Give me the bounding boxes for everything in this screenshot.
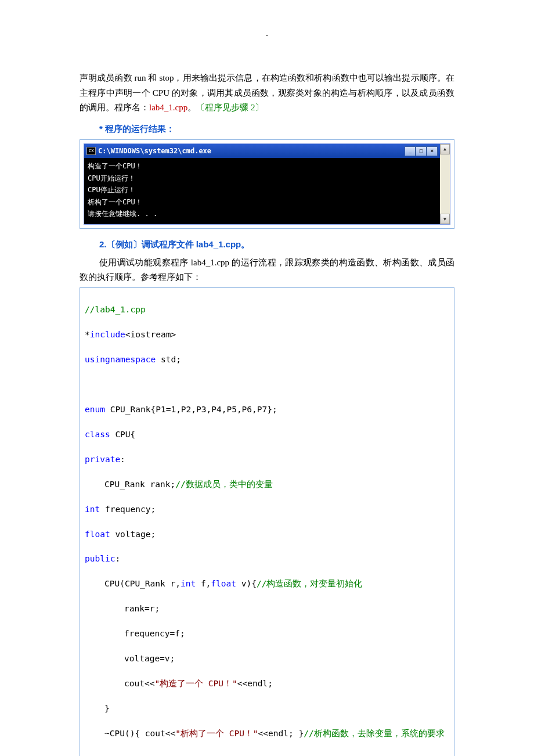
- intro-text-a: 声明成员函数 run 和 stop，用来输出提示信息，在构造函数和析构函数中也可…: [80, 73, 454, 112]
- code-keyword: enum: [85, 405, 105, 414]
- code-keyword: int: [181, 579, 196, 588]
- code-text: <<endl; }: [258, 729, 304, 738]
- code-comment: //析构函数，去除变量，系统的要求: [304, 729, 444, 738]
- code-text: :: [120, 455, 125, 464]
- filename: lab4_1.cpp: [149, 103, 187, 112]
- code-text: frequency;: [100, 505, 156, 514]
- code-keyword: class: [85, 430, 110, 439]
- scroll-track[interactable]: [440, 154, 450, 214]
- code-text: :: [115, 554, 120, 563]
- code-text: <iostream>: [125, 330, 176, 339]
- code-keyword: namespace: [110, 355, 156, 364]
- minimize-button[interactable]: _: [405, 146, 416, 156]
- code-keyword: float: [211, 579, 236, 588]
- code-text: *: [85, 330, 90, 339]
- code-keyword: float: [85, 530, 110, 539]
- code-text: CPU_Rank rank;: [104, 480, 175, 489]
- code-keyword: using: [85, 355, 110, 364]
- code-keyword: private: [85, 455, 120, 464]
- scroll-down-icon[interactable]: ▼: [440, 214, 450, 224]
- intro-text-b: 。: [187, 103, 196, 112]
- cmd-titlebar: cx C:\WINDOWS\system32\cmd.exe _ □ ×: [84, 144, 440, 158]
- code-string: "析构了一个 CPU！": [175, 729, 258, 738]
- maximize-button[interactable]: □: [416, 146, 427, 156]
- code-comment: //数据成员，类中的变量: [175, 480, 272, 489]
- code-keyword: int: [85, 505, 100, 514]
- debug-paragraph: 使用调试功能观察程序 lab4_1.cpp 的运行流程，跟踪观察类的构造函数、析…: [80, 255, 454, 285]
- code-text: ~CPU(){ cout<<: [104, 729, 175, 738]
- cmd-icon: cx: [86, 147, 96, 155]
- code-block: //lab4_1.cpp *include<iostream> usingnam…: [80, 287, 454, 756]
- code-keyword: include: [90, 330, 125, 339]
- code-text: cout<<: [124, 679, 154, 688]
- code-text: CPU(CPU_Rank r,: [104, 579, 181, 588]
- scroll-up-icon[interactable]: ▲: [440, 144, 450, 154]
- cmd-window: cx C:\WINDOWS\system32\cmd.exe _ □ × 构造了…: [84, 143, 450, 225]
- code-text: rank=r;: [124, 604, 160, 613]
- intro-paragraph: 声明成员函数 run 和 stop，用来输出提示信息，在构造函数和析构函数中也可…: [80, 71, 454, 116]
- page: - 声明成员函数 run 和 stop，用来输出提示信息，在构造函数和析构函数中…: [0, 0, 534, 756]
- scrollbar[interactable]: ▲ ▼: [440, 144, 450, 224]
- window-buttons: _ □ ×: [405, 146, 438, 156]
- code-text: <<endl;: [237, 679, 273, 688]
- code-keyword: public: [85, 554, 115, 563]
- header-mark: -: [80, 29, 454, 42]
- code-text: std;: [156, 355, 181, 364]
- code-text: v){: [236, 579, 257, 588]
- cmd-output: 构造了一个CPU！ CPU开始运行！ CPU停止运行！ 析构了一个CPU！ 请按…: [84, 158, 440, 224]
- section-title-debug: 2.〔例如〕调试程序文件 lab4_1.cpp。: [99, 237, 454, 252]
- intro-note: 〔程序见步骤 2〕: [196, 103, 264, 112]
- code-text: voltage=v;: [124, 654, 175, 663]
- section-title-result: * 程序的运行结果：: [99, 121, 454, 136]
- cmd-main: cx C:\WINDOWS\system32\cmd.exe _ □ × 构造了…: [84, 144, 440, 224]
- code-text: frequency=f;: [124, 629, 185, 638]
- cmd-frame: cx C:\WINDOWS\system32\cmd.exe _ □ × 构造了…: [80, 139, 454, 229]
- code-text: voltage;: [110, 530, 156, 539]
- code-text: f,: [196, 579, 211, 588]
- close-button[interactable]: ×: [427, 146, 438, 156]
- code-text: }: [104, 704, 110, 713]
- code-comment: //lab4_1.cpp: [85, 305, 146, 314]
- code-string: "构造了一个 CPU！": [154, 679, 237, 688]
- code-text: CPU_Rank{P1=1,P2,P3,P4,P5,P6,P7};: [105, 405, 277, 414]
- code-text: CPU{: [110, 430, 136, 439]
- code-comment: //构造函数，对变量初始化: [257, 579, 362, 588]
- cmd-title: C:\WINDOWS\system32\cmd.exe: [98, 145, 402, 157]
